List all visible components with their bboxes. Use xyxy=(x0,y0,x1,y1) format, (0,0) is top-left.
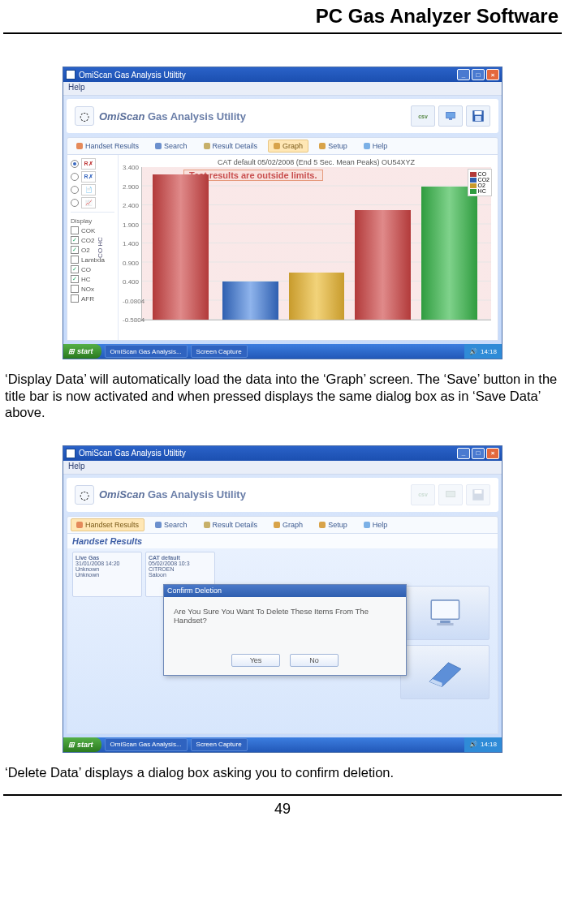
brand-rest: Gas Analysis Utility xyxy=(148,488,246,501)
toolbar-screen-button[interactable] xyxy=(438,105,463,127)
doc-icon: 📄 xyxy=(81,184,96,196)
dialog-yes-button[interactable]: Yes xyxy=(231,654,280,667)
start-label: start xyxy=(77,741,93,749)
close-button[interactable]: × xyxy=(486,448,499,459)
taskbar-item-app[interactable]: OmiScan Gas Analysis... xyxy=(105,738,188,751)
dialog-no-button[interactable]: No xyxy=(290,654,339,667)
windows-logo-icon: ⊞ xyxy=(68,741,75,749)
radio-opt-1[interactable] xyxy=(71,160,79,168)
window-title-text: OmiScan Gas Analysis Utiltity xyxy=(79,71,455,80)
rx-icon: R✗ xyxy=(81,158,96,170)
card-make: Unknown xyxy=(75,566,139,572)
logo-icon: ◌ xyxy=(75,106,94,126)
tab-label: Setup xyxy=(328,142,347,150)
windows-logo-icon: ⊞ xyxy=(68,347,75,355)
footer-rule xyxy=(3,794,562,796)
logo-icon: ◌ xyxy=(75,485,94,505)
tab-handset-results[interactable]: Handset Results xyxy=(71,140,144,153)
checkbox-co2[interactable]: ✓ xyxy=(71,236,79,244)
tab-label: Search xyxy=(164,521,188,529)
radio-opt-2[interactable] xyxy=(71,173,79,181)
radio-opt-4[interactable] xyxy=(71,199,79,207)
chart-legend: CO CO2 O2 HC xyxy=(468,169,492,196)
result-card[interactable]: Live Gas 31/01/2008 14:20 Unknown Unknow… xyxy=(72,552,142,597)
tab-label: Result Details xyxy=(213,142,258,150)
tab-search[interactable]: Search xyxy=(149,518,193,531)
screenshot-delete-dialog: OmiScan Gas Analysis Utiltity _ □ × Help… xyxy=(63,445,502,753)
ytick: 1.900 xyxy=(123,221,139,228)
tab-help[interactable]: Help xyxy=(358,518,394,531)
tab-handset-results[interactable]: Handset Results xyxy=(71,518,144,531)
maximize-button[interactable]: □ xyxy=(472,448,485,459)
y-axis-label: CO HC xyxy=(97,237,104,258)
ytick: 0.400 xyxy=(123,278,139,286)
tab-setup[interactable]: Setup xyxy=(313,140,353,153)
display-group-label: Display xyxy=(71,217,114,225)
ytick: 2.400 xyxy=(123,202,139,209)
app-brand-title: OmiScan Gas Analysis Utility xyxy=(99,488,246,501)
minimize-button[interactable]: _ xyxy=(457,448,470,459)
tab-label: Help xyxy=(373,142,388,150)
checkbox-co[interactable]: ✓ xyxy=(71,265,79,273)
radio-opt-3[interactable] xyxy=(71,186,79,194)
tab-setup[interactable]: Setup xyxy=(313,518,353,531)
tab-label: Search xyxy=(164,142,188,150)
window-titlebar: OmiScan Gas Analysis Utiltity _ □ × xyxy=(63,67,502,82)
start-label: start xyxy=(77,347,93,355)
tab-graph[interactable]: Graph xyxy=(268,518,308,531)
card-body: Unknown xyxy=(75,572,139,578)
checkbox-lambda[interactable] xyxy=(71,256,79,264)
bar-o2 xyxy=(289,273,345,320)
tab-graph[interactable]: Graph xyxy=(268,140,308,153)
check-label: NOx xyxy=(81,286,94,293)
ytick: 0.900 xyxy=(123,259,139,266)
check-label: O2 xyxy=(81,247,90,254)
chart-icon: 📈 xyxy=(81,197,96,208)
dialog-titlebar: Confirm Deletion xyxy=(164,585,406,597)
svg-rect-8 xyxy=(431,600,459,619)
bar-lambda xyxy=(421,187,477,320)
checkbox-cok[interactable] xyxy=(71,226,79,234)
start-button[interactable]: ⊞ start xyxy=(63,344,101,359)
screenshot-graph-view: OmiScan Gas Analysis Utiltity _ □ × Help… xyxy=(63,67,502,359)
svg-rect-1 xyxy=(449,118,452,119)
tab-label: Handset Results xyxy=(85,142,139,150)
menu-help[interactable]: Help xyxy=(68,83,85,92)
card-title: Live Gas xyxy=(75,555,139,561)
tab-help[interactable]: Help xyxy=(358,140,394,153)
bar-hc xyxy=(355,210,411,320)
taskbar-item-app[interactable]: OmiScan Gas Analysis... xyxy=(105,345,188,358)
tab-result-details[interactable]: Result Details xyxy=(198,518,264,531)
brand-rest: Gas Analysis Utility xyxy=(148,110,246,122)
menu-help[interactable]: Help xyxy=(68,462,85,471)
svg-rect-10 xyxy=(437,623,453,625)
chart-subtitle: CAT default 05/02/2008 (End 5 Sec. Mean … xyxy=(141,158,491,166)
check-label: COK xyxy=(81,227,95,234)
toolbar-screen-button xyxy=(438,484,463,505)
checkbox-nox[interactable] xyxy=(71,285,79,293)
maximize-button[interactable]: □ xyxy=(472,69,485,80)
start-button[interactable]: ⊞ start xyxy=(63,737,101,752)
xp-taskbar: ⊞ start OmiScan Gas Analysis... Screen C… xyxy=(63,737,502,752)
tray-icon[interactable]: 🔊 xyxy=(469,348,477,355)
checkbox-hc[interactable]: ✓ xyxy=(71,275,79,283)
checkbox-o2[interactable]: ✓ xyxy=(71,246,79,254)
taskbar-item-capture[interactable]: Screen Capture xyxy=(191,738,248,751)
check-label: CO2 xyxy=(81,237,94,244)
chart-area: CAT default 05/02/2008 (End 5 Sec. Mean … xyxy=(119,155,498,340)
tab-result-details[interactable]: Result Details xyxy=(198,140,264,153)
taskbar-item-capture[interactable]: Screen Capture xyxy=(191,345,248,358)
confirm-deletion-dialog: Confirm Deletion Are You Sure You Want T… xyxy=(163,584,407,676)
toolbar-csv-button: csv xyxy=(411,484,435,505)
graph-panel: R✗ R✗ 📄 📈 Display COK ✓CO2 ✓O2 Lambda ✓C… xyxy=(67,155,498,341)
checkbox-afr[interactable] xyxy=(71,294,79,303)
legend-label: CO xyxy=(478,171,487,177)
close-button[interactable]: × xyxy=(486,69,499,80)
toolbar-csv-button[interactable]: csv xyxy=(411,105,435,127)
tab-search[interactable]: Search xyxy=(149,140,193,153)
bar-co2 xyxy=(222,281,278,320)
tray-icon[interactable]: 🔊 xyxy=(469,741,477,748)
toolbar-save-button[interactable] xyxy=(466,105,490,127)
minimize-button[interactable]: _ xyxy=(457,69,470,80)
app-header-band: ◌ OmiScan Gas Analysis Utility csv xyxy=(67,478,498,512)
